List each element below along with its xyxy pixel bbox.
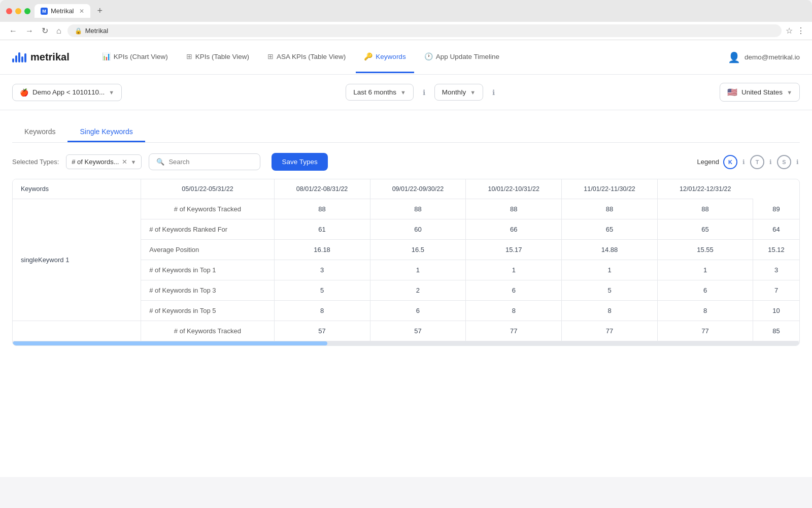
table-row: singleKeyword 1# of Keywords Tracked8888… bbox=[13, 199, 799, 219]
col-keywords: Keywords bbox=[13, 179, 141, 199]
traffic-lights bbox=[6, 8, 30, 14]
granularity-dropdown[interactable]: Monthly ▼ bbox=[434, 84, 483, 101]
toolbar: 🍎 Demo App < 1010110... ▼ Last 6 months … bbox=[0, 75, 812, 110]
tab-close-button[interactable]: ✕ bbox=[79, 8, 84, 15]
cell-value: 15.12 bbox=[753, 240, 799, 260]
cell-value: 8 bbox=[657, 301, 753, 321]
tab-single-keywords[interactable]: Single Keywords bbox=[67, 122, 145, 142]
save-types-button[interactable]: Save Types bbox=[272, 153, 327, 171]
address-text: Metrikal bbox=[85, 27, 109, 35]
nav-item-kpis-chart[interactable]: 📊 KPIs (Chart View) bbox=[94, 41, 176, 73]
search-input[interactable] bbox=[168, 158, 253, 166]
group-label-empty bbox=[13, 321, 141, 341]
nav-item-app-update[interactable]: 🕐 App Update Timeline bbox=[416, 41, 507, 73]
minimize-window-button[interactable] bbox=[15, 8, 21, 14]
filter-row: Selected Types: # of Keywords... ✕ ▼ 🔍 S… bbox=[12, 153, 800, 171]
top-nav: metrikal 📊 KPIs (Chart View) ⊞ KPIs (Tab… bbox=[0, 40, 812, 75]
close-window-button[interactable] bbox=[6, 8, 12, 14]
cell-value: 88 bbox=[370, 199, 466, 219]
granularity-info-button[interactable]: ℹ bbox=[491, 87, 496, 98]
date-range-chevron-icon: ▼ bbox=[400, 89, 406, 96]
col-date-4: 11/01/22-11/30/22 bbox=[562, 179, 658, 199]
cell-value: 8 bbox=[562, 301, 658, 321]
nav-user[interactable]: 👤 demo@metrikal.io bbox=[728, 51, 800, 64]
data-table-wrapper: Keywords 05/01/22-05/31/22 08/01/22-08/3… bbox=[12, 179, 800, 346]
data-table: Keywords 05/01/22-05/31/22 08/01/22-08/3… bbox=[13, 179, 799, 341]
chip-close-button[interactable]: ✕ bbox=[122, 158, 127, 166]
col-date-2: 09/01/22-09/30/22 bbox=[370, 179, 466, 199]
new-tab-button[interactable]: + bbox=[94, 6, 106, 16]
cell-value: 61 bbox=[274, 219, 370, 240]
tabs-row: Keywords Single Keywords bbox=[12, 122, 800, 143]
nav-item-asa-kpis[interactable]: ⊞ ASA KPIs (Table View) bbox=[259, 41, 354, 73]
table-scrollbar[interactable] bbox=[13, 341, 799, 345]
home-button[interactable]: ⌂ bbox=[54, 24, 63, 38]
logo-text: metrikal bbox=[30, 51, 70, 63]
legend-k-info-button[interactable]: ℹ bbox=[741, 157, 746, 167]
date-range-dropdown[interactable]: Last 6 months ▼ bbox=[346, 84, 414, 101]
browser-addressbar: ← → ↻ ⌂ 🔒 Metrikal ☆ ⋮ bbox=[0, 22, 812, 40]
app-dropdown-label: Demo App < 1010110... bbox=[32, 88, 105, 96]
col-date-5: 12/01/22-12/31/22 bbox=[657, 179, 753, 199]
table-scrollbar-thumb[interactable] bbox=[13, 341, 327, 345]
app-container: metrikal 📊 KPIs (Chart View) ⊞ KPIs (Tab… bbox=[0, 40, 812, 477]
cell-value: 10 bbox=[753, 301, 799, 321]
selected-type-chip[interactable]: # of Keywords... ✕ ▼ bbox=[66, 154, 142, 169]
search-box: 🔍 bbox=[149, 153, 260, 170]
clock-icon: 🕐 bbox=[424, 52, 433, 60]
legend-badge-s[interactable]: S bbox=[777, 155, 791, 169]
row-label: # of Keywords Tracked bbox=[141, 321, 274, 341]
apple-icon: 🍎 bbox=[20, 88, 28, 97]
back-button[interactable]: ← bbox=[7, 24, 19, 38]
app-dropdown-chevron-icon: ▼ bbox=[109, 89, 114, 96]
date-range-info-button[interactable]: ℹ bbox=[422, 87, 426, 98]
cell-value: 2 bbox=[370, 280, 466, 301]
cell-value: 65 bbox=[657, 219, 753, 240]
cell-value: 88 bbox=[274, 199, 370, 219]
table-row: # of Keywords Tracked575777777785 bbox=[13, 321, 799, 341]
cell-value: 1 bbox=[657, 260, 753, 280]
legend-badge-t[interactable]: T bbox=[750, 155, 764, 169]
row-label: # of Keywords in Top 5 bbox=[141, 301, 274, 321]
logo-icon bbox=[12, 52, 26, 62]
cell-value: 16.18 bbox=[274, 240, 370, 260]
browser-tab[interactable]: M Metrikal ✕ bbox=[35, 4, 90, 18]
cell-value: 6 bbox=[466, 280, 562, 301]
cell-value: 16.5 bbox=[370, 240, 466, 260]
bookmark-icon[interactable]: ☆ bbox=[786, 26, 793, 36]
nav-label-kpis-chart: KPIs (Chart View) bbox=[114, 53, 168, 60]
cell-value: 15.17 bbox=[466, 240, 562, 260]
cell-value: 77 bbox=[562, 321, 658, 341]
maximize-window-button[interactable] bbox=[24, 8, 30, 14]
forward-button[interactable]: → bbox=[23, 24, 36, 38]
nav-item-kpis-table[interactable]: ⊞ KPIs (Table View) bbox=[178, 41, 257, 73]
cell-value: 14.88 bbox=[562, 240, 658, 260]
legend-s-info-button[interactable]: ℹ bbox=[795, 157, 800, 167]
tab-title: Metrikal bbox=[51, 7, 74, 15]
legend-badge-k[interactable]: K bbox=[723, 155, 737, 169]
cell-value: 88 bbox=[466, 199, 562, 219]
address-bar[interactable]: 🔒 Metrikal bbox=[67, 24, 782, 37]
country-chevron-icon: ▼ bbox=[787, 89, 792, 96]
cell-value: 77 bbox=[466, 321, 562, 341]
app-dropdown[interactable]: 🍎 Demo App < 1010110... ▼ bbox=[12, 84, 122, 101]
table-header-row: Keywords 05/01/22-05/31/22 08/01/22-08/3… bbox=[13, 179, 799, 199]
browser-chrome: M Metrikal ✕ + ← → ↻ ⌂ 🔒 Metrikal ☆ ⋮ bbox=[0, 0, 812, 40]
nav-item-keywords[interactable]: 🔑 Keywords bbox=[356, 41, 414, 73]
nav-label-keywords: Keywords bbox=[376, 53, 405, 60]
col-date-0: 05/01/22-05/31/22 bbox=[141, 179, 274, 199]
logo-bar-5 bbox=[24, 53, 26, 62]
refresh-button[interactable]: ↻ bbox=[40, 24, 50, 38]
more-options-icon[interactable]: ⋮ bbox=[797, 26, 805, 36]
cell-value: 64 bbox=[753, 219, 799, 240]
cell-value: 1 bbox=[466, 260, 562, 280]
nav-items: 📊 KPIs (Chart View) ⊞ KPIs (Table View) … bbox=[94, 41, 712, 73]
nav-label-asa-kpis: ASA KPIs (Table View) bbox=[277, 53, 346, 60]
cell-value: 8 bbox=[466, 301, 562, 321]
cell-value: 89 bbox=[753, 199, 799, 219]
cell-value: 57 bbox=[274, 321, 370, 341]
row-label: Average Position bbox=[141, 240, 274, 260]
tab-keywords[interactable]: Keywords bbox=[12, 122, 67, 142]
legend-t-info-button[interactable]: ℹ bbox=[768, 157, 773, 167]
country-dropdown[interactable]: 🇺🇸 United States ▼ bbox=[720, 83, 800, 102]
